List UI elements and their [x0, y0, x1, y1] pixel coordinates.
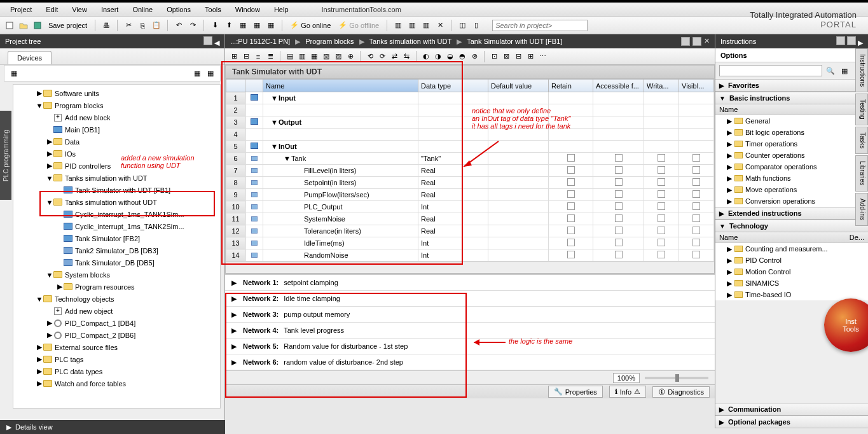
network-row[interactable]: ▶Network 2:Idle time clamping — [225, 291, 715, 307]
diagnostics-tab[interactable]: 🛈Diagnostics — [652, 386, 710, 398]
paste-icon[interactable]: 📋 — [151, 20, 162, 31]
ct10-icon[interactable]: ⊕ — [345, 52, 355, 62]
ct9-icon[interactable]: ▨ — [333, 52, 343, 62]
menu-project[interactable]: Project — [4, 4, 38, 15]
bc-blocks[interactable]: Program blocks — [305, 38, 354, 45]
ct23-icon[interactable]: ⊞ — [525, 52, 535, 62]
instr-item[interactable]: ▶Timer operations — [715, 138, 868, 150]
open-icon[interactable] — [18, 20, 29, 31]
ct22-icon[interactable]: ⊟ — [513, 52, 523, 62]
tree-row[interactable]: ▶PLC data types — [13, 365, 220, 377]
tree-row[interactable]: ▼Tanks simulation without UDT — [13, 196, 220, 208]
col-header[interactable]: Writa... — [644, 80, 679, 92]
tech-item[interactable]: ▶PID Control — [715, 255, 868, 266]
tree-row[interactable]: Main [OB1] — [13, 123, 220, 136]
iface-row[interactable]: 5▼InOut — [226, 141, 714, 153]
info-tab[interactable]: ℹInfo⚠ — [609, 386, 646, 398]
tree-row[interactable]: ▶Watch and force tables — [13, 377, 220, 389]
tree-row[interactable]: ▶PLC tags — [13, 353, 220, 365]
properties-tab[interactable]: 🔧Properties — [548, 386, 603, 398]
iface-row[interactable]: 14RandomNoiseInt — [226, 249, 714, 262]
collapse-icon[interactable] — [203, 36, 212, 45]
instr-item[interactable]: ▶Conversion operations — [715, 195, 868, 207]
network-row[interactable]: ▶Network 4:Tank level progress — [225, 323, 715, 339]
win-float-icon[interactable] — [681, 37, 690, 46]
devices-tab[interactable]: Devices — [8, 51, 52, 64]
bc-folder[interactable]: Tanks simulation with UDT — [369, 38, 452, 45]
tree-row[interactable]: Tank2 Simulator_DB [DB3] — [13, 244, 220, 256]
tree-row[interactable]: ▶PID_Compact_1 [DB4] — [13, 317, 220, 329]
network-view-icon[interactable]: ▦ — [8, 67, 20, 79]
ct18-icon[interactable]: ◓ — [457, 52, 467, 62]
ct20-icon[interactable]: ⊡ — [489, 52, 499, 62]
split2-icon[interactable]: ▯ — [471, 20, 482, 31]
ct3-icon[interactable]: ≡ — [253, 52, 263, 62]
go-offline-button[interactable]: ⚡Go offline — [336, 21, 382, 29]
vtab-instructions[interactable]: Instructions — [855, 48, 868, 92]
iface-row[interactable]: 2 — [226, 104, 714, 116]
grid1-icon[interactable]: ▦ — [191, 67, 203, 79]
menu-help[interactable]: Help — [268, 4, 295, 15]
tree-row[interactable]: Tank Simulator with UDT [FB1] — [13, 184, 220, 196]
sim2-icon[interactable]: ▥ — [406, 20, 418, 31]
save-icon[interactable] — [32, 20, 43, 31]
details-view-bar[interactable]: ▶Details view — [0, 420, 225, 434]
bc-device[interactable]: ...:PU 1512C-1 PN] — [230, 38, 290, 45]
communication-accordion[interactable]: ▶Communication — [715, 403, 868, 416]
tree-row[interactable]: Add new object — [13, 305, 220, 317]
network-row[interactable]: ▶Network 5:Random value for disturbance … — [225, 339, 715, 354]
undo-icon[interactable]: ↶ — [173, 20, 184, 31]
iface-row[interactable]: 8Setpoint(in liters)Real — [226, 177, 714, 189]
iface-row[interactable]: 3▼Output — [226, 116, 714, 129]
view1-icon[interactable]: ▦ — [839, 65, 850, 76]
zoom-slider[interactable] — [645, 377, 708, 379]
ct4-icon[interactable]: ≣ — [265, 52, 275, 62]
tree-row[interactable]: Cyclic_interrupt_1ms_TANK2Sim... — [13, 220, 220, 232]
project-tree[interactable]: ▶Software units▼Program blocksAdd new bl… — [13, 84, 221, 409]
menu-view[interactable]: View — [65, 4, 93, 15]
ct19-icon[interactable]: ⊗ — [469, 52, 479, 62]
tree-row[interactable]: ▶PID controllers — [13, 160, 220, 172]
new-project-icon[interactable] — [4, 20, 15, 31]
favorites-accordion[interactable]: ▶Favorites — [715, 79, 868, 92]
tree-row[interactable]: ▶Program resources — [13, 281, 220, 293]
col-header[interactable] — [226, 80, 245, 92]
iface-row[interactable]: 13IdleTime(ms)Int — [226, 237, 714, 249]
plc-programming-tab[interactable]: PLC programming — [0, 111, 11, 200]
find-icon[interactable]: 🔍 — [825, 65, 836, 76]
tree-row[interactable]: ▼Tanks simulation with UDT — [13, 172, 220, 184]
col-header[interactable]: Name — [263, 80, 418, 92]
col-header[interactable]: Default value — [488, 80, 549, 92]
col-header[interactable]: Visibl... — [679, 80, 714, 92]
network-row[interactable]: ▶Network 3:pump output memory — [225, 307, 715, 323]
menu-window[interactable]: Window — [229, 4, 266, 15]
iface-row[interactable]: 4 — [226, 129, 714, 141]
ct24-icon[interactable]: ⋯ — [537, 52, 548, 62]
instr-item[interactable]: ▶Counter operations — [715, 150, 868, 161]
iface-row[interactable]: 9PumpFlow(liters/sec)Real — [226, 189, 714, 201]
iface-row[interactable]: 1▼Input — [226, 92, 714, 104]
tree-row[interactable]: ▶IOs — [13, 148, 220, 160]
bc-current[interactable]: Tank Simulator with UDT [FB1] — [467, 38, 562, 45]
ct5-icon[interactable]: ▤ — [285, 52, 295, 62]
tree-row[interactable]: Tank Simulator [FB2] — [13, 232, 220, 244]
ct13-icon[interactable]: ⇄ — [389, 52, 399, 62]
iface-row[interactable]: 10PLC_OutputInt — [226, 201, 714, 213]
ct21-icon[interactable]: ⊠ — [501, 52, 511, 62]
sim-icon[interactable]: ▥ — [392, 20, 404, 31]
tree-row[interactable]: ▶External source files — [13, 341, 220, 353]
tree-row[interactable]: ▶PID_Compact_2 [DB6] — [13, 329, 220, 341]
tree-row[interactable]: Tank Simulator_DB [DB5] — [13, 256, 220, 269]
ct8-icon[interactable]: ▧ — [321, 52, 331, 62]
grid2-icon[interactable]: ▦ — [205, 67, 216, 79]
col-header[interactable]: Accessible f... — [593, 80, 644, 92]
vtab-tasks[interactable]: Tasks — [855, 127, 868, 155]
menu-options[interactable]: Options — [160, 4, 197, 15]
col-header[interactable]: Retain — [549, 80, 593, 92]
menu-online[interactable]: Online — [126, 4, 159, 15]
download-icon[interactable]: ⬇ — [209, 20, 221, 31]
col-header[interactable] — [245, 80, 263, 92]
vtab-addins[interactable]: Add-ins — [855, 193, 868, 226]
ct7-icon[interactable]: ▦ — [309, 52, 319, 62]
instr-item[interactable]: ▶General — [715, 115, 868, 127]
